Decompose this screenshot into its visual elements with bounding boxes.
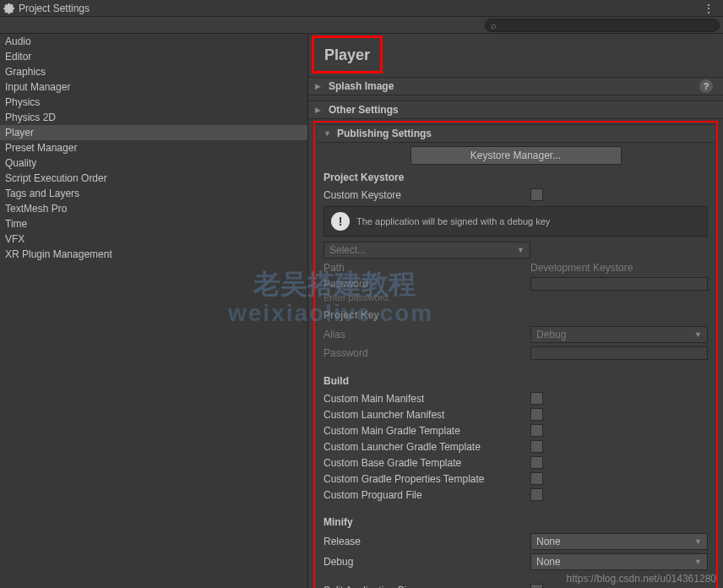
debug-label: Debug: [323, 556, 530, 568]
info-icon: !: [331, 212, 350, 231]
path-value: Development Keystore: [530, 262, 633, 274]
custom-gradle-properties-row: Custom Gradle Properties Template: [317, 471, 715, 487]
path-label: Path: [323, 262, 530, 274]
search-input[interactable]: ⌕: [485, 19, 720, 32]
help-icon[interactable]: ?: [699, 79, 713, 93]
project-key-title: Project Key: [317, 306, 715, 324]
chevron-down-icon: ▼: [323, 129, 332, 138]
custom-keystore-row: Custom Keystore: [317, 187, 715, 203]
alias-label: Alias: [323, 329, 530, 340]
chevron-right-icon: ▶: [315, 82, 323, 90]
section-splash-image[interactable]: ▶ Splash Image: [308, 77, 723, 95]
custom-keystore-checkbox[interactable]: [530, 188, 543, 201]
custom-launcher-manifest-checkbox[interactable]: [530, 408, 543, 421]
project-keystore-title: Project Keystore: [317, 168, 715, 187]
password-hint: Enter password.: [317, 292, 715, 306]
sidebar-item-xr-plugin-management[interactable]: XR Plugin Management: [0, 247, 307, 262]
password-label: Password: [323, 278, 530, 290]
build-title: Build: [317, 372, 715, 390]
split-binary-checkbox[interactable]: [530, 584, 543, 588]
menu-icon[interactable]: ⋮: [703, 2, 720, 15]
alias-row: Alias Debug ▼: [317, 324, 715, 345]
section-publishing-settings[interactable]: ▼ Publishing Settings: [317, 124, 715, 143]
password-field[interactable]: [530, 277, 708, 291]
sidebar-item-script-execution-order[interactable]: Script Execution Order: [0, 171, 307, 186]
title-bar: Project Settings ⋮: [0, 0, 723, 17]
custom-main-gradle-checkbox[interactable]: [530, 424, 543, 437]
sidebar-item-graphics[interactable]: Graphics: [0, 64, 307, 79]
sidebar-item-vfx[interactable]: VFX: [0, 231, 307, 247]
main-content: Audio Editor Graphics Input Manager Phys…: [0, 34, 723, 588]
release-dropdown[interactable]: None ▼: [530, 533, 708, 550]
chevron-down-icon: ▼: [694, 330, 702, 339]
custom-proguard-checkbox[interactable]: [530, 488, 543, 501]
sidebar-item-physics[interactable]: Physics: [0, 95, 307, 110]
sidebar: Audio Editor Graphics Input Manager Phys…: [0, 34, 308, 588]
sidebar-item-audio[interactable]: Audio: [0, 34, 307, 49]
page-title: Player: [324, 46, 370, 64]
split-binary-label: Split Application Binary: [323, 585, 530, 589]
sidebar-item-physics-2d[interactable]: Physics 2D: [0, 110, 307, 125]
custom-main-gradle-row: Custom Main Gradle Template: [317, 422, 715, 438]
custom-base-gradle-checkbox[interactable]: [530, 456, 543, 469]
section-other-settings[interactable]: ▶ Other Settings: [308, 101, 723, 119]
chevron-down-icon: ▼: [694, 537, 702, 546]
info-box: ! The application will be signed with a …: [323, 206, 708, 237]
debug-row: Debug None ▼: [317, 552, 715, 572]
window-title: Project Settings: [19, 3, 90, 14]
custom-launcher-gradle-row: Custom Launcher Gradle Template: [317, 438, 715, 455]
keystore-manager-button[interactable]: Keystore Manager...: [410, 146, 622, 165]
sidebar-item-tags-and-layers[interactable]: Tags and Layers: [0, 186, 307, 201]
chevron-down-icon: ▼: [694, 558, 702, 566]
right-panel: Player ? ▶ Splash Image ▶ Other Settings…: [308, 34, 723, 588]
custom-proguard-row: Custom Proguard File: [317, 487, 715, 503]
custom-base-gradle-row: Custom Base Gradle Template: [317, 455, 715, 471]
publishing-highlight: ▼ Publishing Settings Keystore Manager..…: [313, 121, 718, 588]
release-row: Release None ▼: [317, 531, 715, 552]
search-icon: ⌕: [491, 20, 497, 30]
key-password-label: Password: [323, 347, 530, 359]
release-label: Release: [323, 536, 530, 547]
sidebar-item-player[interactable]: Player: [0, 125, 307, 140]
keystore-select-row: Select... ▼: [317, 240, 715, 260]
custom-launcher-gradle-checkbox[interactable]: [530, 440, 543, 453]
custom-keystore-label: Custom Keystore: [323, 189, 530, 201]
debug-dropdown[interactable]: None ▼: [530, 553, 708, 570]
alias-dropdown[interactable]: Debug ▼: [530, 326, 708, 343]
path-row: Path Development Keystore: [317, 260, 715, 275]
panel-header: Player: [312, 35, 383, 74]
sidebar-item-textmesh-pro[interactable]: TextMesh Pro: [0, 201, 307, 216]
sidebar-item-quality[interactable]: Quality: [0, 155, 307, 171]
gear-icon: [3, 3, 15, 14]
sidebar-item-time[interactable]: Time: [0, 216, 307, 231]
custom-main-manifest-checkbox[interactable]: [530, 392, 543, 405]
keystore-select-dropdown[interactable]: Select... ▼: [323, 242, 530, 259]
search-bar: ⌕: [0, 17, 723, 34]
custom-gradle-properties-checkbox[interactable]: [530, 472, 543, 485]
password-row: Password: [317, 275, 715, 292]
chevron-right-icon: ▶: [315, 106, 323, 114]
sidebar-item-input-manager[interactable]: Input Manager: [0, 79, 307, 95]
sidebar-item-preset-manager[interactable]: Preset Manager: [0, 140, 307, 155]
sidebar-item-editor[interactable]: Editor: [0, 49, 307, 64]
minify-title: Minify: [317, 513, 715, 531]
custom-main-manifest-row: Custom Main Manifest: [317, 390, 715, 406]
chevron-down-icon: ▼: [517, 246, 525, 254]
custom-launcher-manifest-row: Custom Launcher Manifest: [317, 406, 715, 422]
watermark-url: https://blog.csdn.net/u014361280: [567, 573, 716, 585]
info-text: The application will be signed with a de…: [356, 216, 550, 226]
key-password-row: Password: [317, 345, 715, 362]
key-password-field[interactable]: [530, 346, 708, 360]
